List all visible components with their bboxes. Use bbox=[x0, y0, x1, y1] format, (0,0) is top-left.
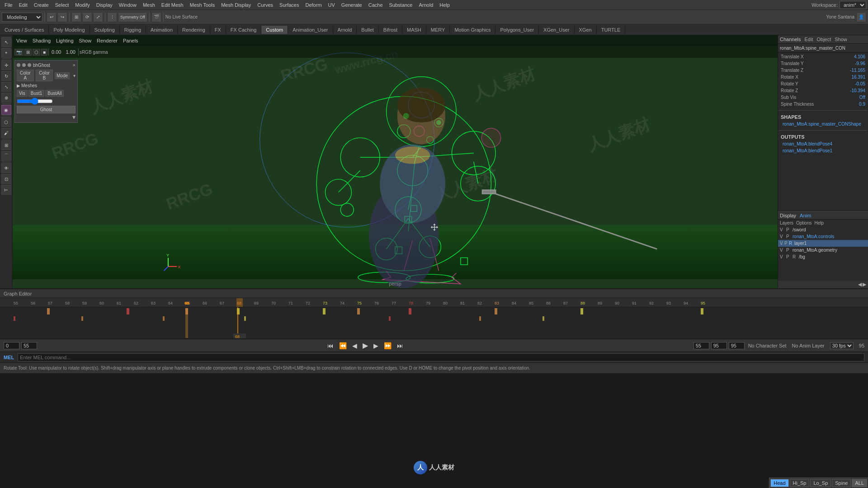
menu-mesh-tools[interactable]: Mesh Tools bbox=[187, 1, 217, 9]
prop-sv-val[interactable]: Off bbox=[859, 95, 865, 100]
vp-grid-btn[interactable]: ⊞ bbox=[24, 49, 32, 56]
vp-shading[interactable]: Shading bbox=[31, 37, 52, 44]
playback-end-input2[interactable] bbox=[729, 342, 745, 349]
move-tool-btn[interactable]: ✛ bbox=[1, 60, 11, 70]
tab-custom[interactable]: Custom bbox=[261, 26, 288, 34]
tab-bullet[interactable]: Bullet bbox=[357, 26, 379, 34]
menu-curves[interactable]: Curves bbox=[255, 1, 276, 9]
shape-name[interactable]: ronan_MtoA:spine_master_CONShape bbox=[779, 121, 867, 127]
menu-generate[interactable]: Generate bbox=[339, 1, 365, 9]
menu-arnold[interactable]: Arnold bbox=[416, 1, 436, 9]
frame-zero-input[interactable] bbox=[4, 342, 19, 349]
tab-mash[interactable]: MASH bbox=[402, 26, 426, 34]
play-end-btn[interactable]: ⏭ bbox=[395, 342, 405, 349]
select-tool-btn[interactable]: ↖ bbox=[1, 37, 11, 47]
ghost-slider-input[interactable] bbox=[17, 98, 53, 105]
tab-fx-caching[interactable]: FX Caching bbox=[226, 26, 261, 34]
soft-select-btn[interactable]: ◉ bbox=[1, 105, 11, 115]
ghost-main-btn[interactable]: Ghost bbox=[17, 106, 75, 113]
menu-help[interactable]: Help bbox=[437, 1, 453, 9]
tab-sculpting[interactable]: Sculpting bbox=[90, 26, 120, 34]
vp-cam-btn[interactable]: 📷 bbox=[14, 49, 24, 56]
tab-turtle[interactable]: TURTLE bbox=[597, 26, 626, 34]
tab-arnold[interactable]: Arnold bbox=[333, 26, 357, 34]
ch-edit-tab[interactable]: Edit bbox=[804, 37, 813, 42]
tab-curves-surfaces[interactable]: Curves / Surfaces bbox=[0, 26, 49, 34]
menu-display[interactable]: Display bbox=[94, 1, 115, 9]
prev-key-btn[interactable]: ⏪ bbox=[337, 342, 349, 349]
viewport[interactable]: View Shading Lighting Show Renderer Pane… bbox=[13, 35, 778, 288]
ghost-vis-btn[interactable]: Vis bbox=[17, 90, 28, 97]
menu-mesh[interactable]: Mesh bbox=[140, 1, 158, 9]
vp-wireframe-btn[interactable]: ⬡ bbox=[33, 49, 40, 56]
scale-btn[interactable]: ⤢ bbox=[93, 12, 103, 22]
channels-tab[interactable]: Channels bbox=[780, 37, 801, 42]
symmetry-btn[interactable]: Symmetry Off bbox=[118, 12, 147, 22]
tab-xgen-user[interactable]: XGen_User bbox=[539, 26, 574, 34]
ghost-expand-icon[interactable]: ▾ bbox=[72, 113, 75, 121]
snap-grid-btn[interactable]: ⊞ bbox=[1, 140, 11, 150]
menu-deform[interactable]: Deform bbox=[302, 1, 324, 9]
tab-fx[interactable]: FX bbox=[210, 26, 226, 34]
ghost-color-b-btn[interactable]: Color B bbox=[36, 70, 53, 81]
play-start-btn[interactable]: ⏮ bbox=[326, 342, 335, 349]
redo-btn[interactable]: ↪ bbox=[57, 12, 67, 22]
tab-rigging[interactable]: Rigging bbox=[120, 26, 146, 34]
rotate-tool-btn[interactable]: ↻ bbox=[1, 71, 11, 81]
ghost-color-a-btn[interactable]: Color A bbox=[17, 70, 34, 81]
menu-mesh-display[interactable]: Mesh Display bbox=[218, 1, 254, 9]
tab-polygons-user[interactable]: Polygons_User bbox=[495, 26, 539, 34]
ghost-mode-btn[interactable]: Mode bbox=[55, 72, 70, 79]
menu-create[interactable]: Create bbox=[31, 1, 52, 9]
layer-sword[interactable]: V P /sword bbox=[778, 226, 868, 233]
tab-mery[interactable]: MERY bbox=[426, 26, 450, 34]
menu-edit-mesh[interactable]: Edit Mesh bbox=[159, 1, 186, 9]
tab-motion-graphics[interactable]: Motion Graphics bbox=[450, 26, 495, 34]
transform-tool-btn[interactable]: ⊕ bbox=[1, 93, 11, 103]
prev-frame-btn[interactable]: ◀ bbox=[350, 342, 359, 349]
layer-layer1[interactable]: V P R layer1 bbox=[778, 240, 868, 247]
layer-geometry[interactable]: V P ronan_MtoA:geometry bbox=[778, 247, 868, 253]
prop-tx-val[interactable]: 4.106 bbox=[854, 54, 865, 59]
output-1[interactable]: ronan_MtoA:blendPose4 bbox=[779, 141, 867, 147]
snap-btn[interactable]: ⋮ bbox=[107, 12, 117, 22]
prop-rz-val[interactable]: -10.394 bbox=[850, 88, 865, 93]
menu-file[interactable]: File bbox=[2, 1, 15, 9]
tab-bifrost[interactable]: Bifrost bbox=[379, 26, 402, 34]
lasso-tool-btn[interactable]: ⌖ bbox=[1, 48, 11, 58]
layer-controls[interactable]: V P ronan_MtoA:controls bbox=[778, 233, 868, 240]
panel-arrow-left[interactable]: ◀ bbox=[858, 282, 862, 287]
ch-object-tab[interactable]: Object bbox=[816, 37, 831, 42]
mel-input[interactable] bbox=[18, 353, 864, 361]
prop-rx-val[interactable]: 16.391 bbox=[851, 75, 865, 80]
snap-curve-btn[interactable]: ⌒ bbox=[1, 151, 11, 161]
prop-st-val[interactable]: 0.9 bbox=[859, 102, 865, 107]
menu-edit[interactable]: Edit bbox=[16, 1, 30, 9]
start-frame-input[interactable]: 55 bbox=[21, 342, 37, 349]
tab-poly-modeling[interactable]: Poly Modeling bbox=[49, 26, 90, 34]
vp-view[interactable]: View bbox=[14, 37, 29, 44]
tab-xgen[interactable]: XGen bbox=[575, 26, 597, 34]
play-btn[interactable]: ▶ bbox=[361, 341, 370, 350]
anim-tab[interactable]: Anim bbox=[800, 213, 811, 218]
next-key-btn[interactable]: ⏩ bbox=[382, 342, 393, 349]
menu-uv[interactable]: UV bbox=[326, 1, 338, 9]
menu-modify[interactable]: Modify bbox=[72, 1, 92, 9]
mode-select[interactable]: Modeling Rigging Animation bbox=[2, 13, 42, 22]
timeline-ruler[interactable]: 55 56 57 58 59 60 61 62 63 64 65 66 67 6… bbox=[0, 298, 868, 307]
vp-solid-btn[interactable]: ■ bbox=[41, 49, 47, 56]
rotate-btn[interactable]: ⟳ bbox=[82, 12, 92, 22]
ghost-meshes-toggle[interactable]: ▶ Meshes bbox=[17, 83, 75, 88]
menu-window[interactable]: Window bbox=[116, 1, 139, 9]
hi-sp-btn[interactable]: Hi_Sp bbox=[790, 479, 810, 487]
spine-btn[interactable]: Spine bbox=[832, 479, 851, 487]
menu-surfaces[interactable]: Surfaces bbox=[277, 1, 302, 9]
menu-substance[interactable]: Substance bbox=[387, 1, 415, 9]
undo-btn[interactable]: ↩ bbox=[47, 12, 57, 22]
panel-arrow-right[interactable]: ▶ bbox=[863, 282, 866, 287]
end-frame-input[interactable]: 95 bbox=[859, 343, 864, 348]
ch-show-tab[interactable]: Show bbox=[835, 37, 847, 42]
playback-start-input[interactable] bbox=[693, 342, 709, 349]
vp-renderer[interactable]: Renderer bbox=[95, 37, 119, 44]
group-btn[interactable]: ⊡ bbox=[1, 174, 11, 184]
